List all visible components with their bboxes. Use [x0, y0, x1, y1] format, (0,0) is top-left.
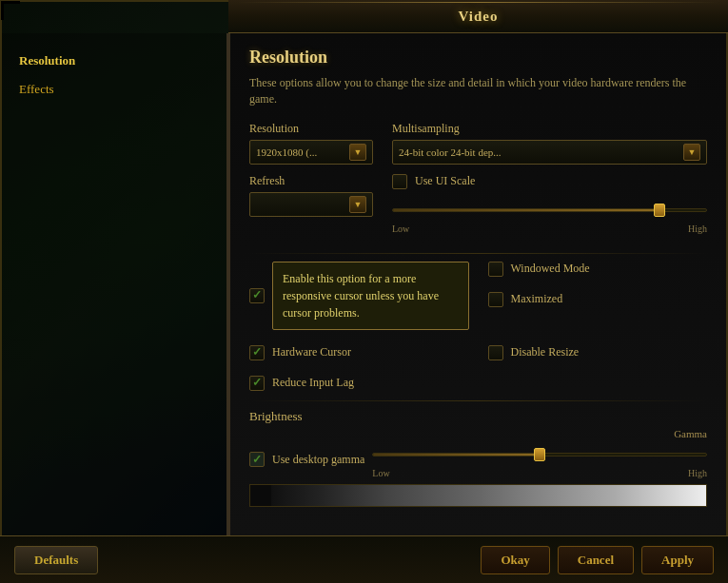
refresh-dropdown[interactable]: ▼: [249, 192, 373, 217]
refresh-group: Refresh ▼: [249, 174, 373, 217]
multisampling-dropdown[interactable]: 24-bit color 24-bit dep... ▼: [392, 140, 707, 165]
gamma-bar-swatch: [250, 485, 271, 506]
hardware-cursor-checkbox[interactable]: ✓: [249, 345, 265, 360]
content-description: These options allow you to change the si…: [249, 75, 707, 107]
uiscale-row: Use UI Scale: [392, 174, 707, 189]
uiscale-slider-labels: Low High: [392, 223, 707, 234]
multisampling-group: Multisampling 24-bit color 24-bit dep...…: [392, 122, 707, 165]
hardware-cursor-col: ✓ Hardware Cursor: [249, 345, 469, 368]
use-desktop-gamma-row: ✓ Use desktop gamma Low High: [249, 441, 707, 478]
tooltip-area: ✓ Enable this option for a more responsi…: [249, 262, 469, 338]
hardware-cursor-tooltip: Enable this option for a more responsive…: [272, 262, 469, 330]
content-area: Resolution These options allow you to ch…: [230, 33, 726, 521]
use-desktop-gamma-label: Use desktop gamma: [272, 453, 364, 467]
refresh-arrow[interactable]: ▼: [349, 196, 366, 213]
uiscale-slider[interactable]: [392, 201, 707, 220]
separator-2: [249, 400, 707, 401]
okay-button[interactable]: Okay: [481, 546, 549, 574]
title-bar: Video: [228, 0, 728, 33]
disable-resize-label: Disable Resize: [511, 345, 580, 360]
uiscale-slider-section: Low High: [392, 197, 707, 234]
maximized-checkbox[interactable]: [488, 292, 503, 307]
gamma-low: Low: [372, 468, 389, 478]
uiscale-thumb[interactable]: [654, 204, 665, 217]
refresh-uiscale-row: Refresh ▼ Use UI Scale: [249, 174, 707, 243]
windowed-checkbox-row: ✓ Enable this option for a more responsi…: [249, 262, 469, 330]
multisampling-value: 24-bit color 24-bit dep...: [399, 146, 679, 158]
tooltip-windowed-row: ✓ Enable this option for a more responsi…: [249, 262, 707, 338]
defaults-button[interactable]: Defaults: [14, 546, 98, 574]
gamma-gradient-bar: [249, 484, 707, 507]
windowed-mode-checkbox[interactable]: [488, 262, 503, 277]
checkbox-cols-1: ✓ Hardware Cursor Disable Resize: [249, 345, 707, 368]
right-buttons: Okay Cancel Apply: [481, 546, 714, 574]
sidebar-item-effects[interactable]: Effects: [8, 76, 219, 103]
reduce-input-lag-row: ✓ Reduce Input Lag: [249, 376, 707, 391]
use-desktop-gamma-checkbox[interactable]: ✓: [249, 452, 265, 467]
gamma-slider-container: Low High: [372, 441, 707, 478]
gamma-slider-labels: Low High: [372, 468, 707, 478]
apply-button[interactable]: Apply: [641, 546, 714, 574]
window-title: Video: [459, 9, 499, 25]
resolution-multisampling-row: Resolution 1920x1080 (... ▼ Multisamplin…: [249, 122, 707, 165]
main-panel: Resolution These options allow you to ch…: [228, 33, 728, 535]
gamma-slider[interactable]: [372, 445, 707, 464]
resolution-dropdown[interactable]: 1920x1080 (... ▼: [249, 140, 373, 165]
resolution-label: Resolution: [249, 122, 373, 136]
windowed-maximized-col: Windowed Mode Maximized: [488, 262, 708, 315]
disable-resize-col: Disable Resize: [488, 345, 708, 368]
windowed-checkbox[interactable]: ✓: [249, 288, 265, 303]
sidebar-item-resolution[interactable]: Resolution: [8, 48, 219, 74]
resolution-group: Resolution 1920x1080 (... ▼: [249, 122, 373, 165]
bottom-bar: Defaults Okay Cancel Apply: [0, 535, 728, 583]
hardware-cursor-label: Hardware Cursor: [272, 345, 351, 360]
gamma-high: High: [688, 468, 707, 478]
hardware-cursor-row: ✓ Hardware Cursor: [249, 345, 469, 360]
gamma-label-row: Gamma: [249, 428, 707, 439]
cancel-button[interactable]: Cancel: [558, 546, 634, 574]
windowed-mode-label: Windowed Mode: [511, 262, 590, 276]
gamma-thumb[interactable]: [534, 448, 545, 461]
content-title: Resolution: [249, 48, 707, 68]
uiscale-fill: [393, 209, 659, 211]
sidebar: Resolution Effects: [0, 33, 228, 535]
refresh-label: Refresh: [249, 174, 373, 188]
maximized-label: Maximized: [511, 292, 563, 306]
resolution-arrow[interactable]: ▼: [349, 144, 366, 161]
uiscale-high: High: [688, 223, 707, 234]
uiscale-group: Use UI Scale Low High: [392, 174, 707, 243]
gamma-label: Gamma: [674, 428, 707, 439]
windowed-mode-row: Windowed Mode: [488, 262, 708, 277]
resolution-value: 1920x1080 (...: [256, 146, 345, 158]
reduce-input-lag-label: Reduce Input Lag: [272, 376, 354, 390]
disable-resize-checkbox[interactable]: [488, 345, 503, 360]
brightness-section: Brightness Gamma ✓ Use desktop gamma: [249, 409, 707, 507]
reduce-input-lag-checkbox[interactable]: ✓: [249, 376, 265, 391]
uiscale-label: Use UI Scale: [415, 174, 475, 188]
multisampling-label: Multisampling: [392, 122, 707, 136]
brightness-label: Brightness: [249, 409, 707, 424]
separator-1: [249, 253, 707, 254]
maximized-row: Maximized: [488, 292, 708, 307]
multisampling-arrow[interactable]: ▼: [683, 144, 700, 161]
disable-resize-row: Disable Resize: [488, 345, 708, 360]
gamma-fill: [373, 454, 540, 456]
uiscale-checkbox[interactable]: [392, 174, 407, 189]
uiscale-low: Low: [392, 223, 409, 234]
